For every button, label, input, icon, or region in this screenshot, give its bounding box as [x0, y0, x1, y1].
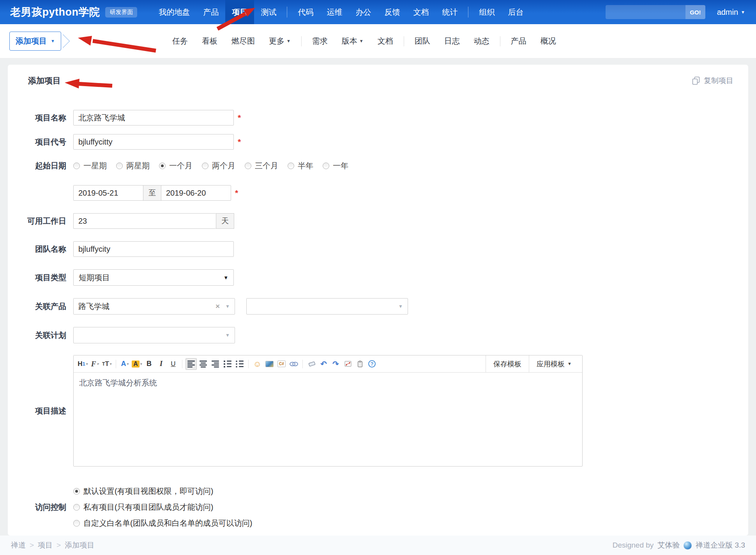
menu-dynamic[interactable]: 动态: [467, 36, 496, 46]
ordered-list-icon[interactable]: [222, 358, 233, 370]
menu-task[interactable]: 任务: [165, 36, 195, 46]
acl-whitelist-option[interactable]: 自定义白名单(团队成员和白名单的成员可以访问): [73, 518, 252, 528]
underline-icon[interactable]: U: [168, 358, 179, 370]
nav-product[interactable]: 产品: [196, 0, 225, 24]
menu-team[interactable]: 团队: [408, 36, 437, 46]
preset-one-week[interactable]: 一星期: [73, 161, 107, 171]
preset-three-months[interactable]: 三个月: [245, 161, 278, 171]
preset-two-months[interactable]: 两个月: [202, 161, 235, 171]
search-go-button[interactable]: GO!: [685, 5, 705, 19]
nav-ops[interactable]: 运维: [320, 0, 349, 24]
preset-one-month[interactable]: 一个月: [159, 161, 193, 171]
nav-stats[interactable]: 统计: [435, 0, 464, 24]
app-logo[interactable]: 老男孩python学院: [10, 5, 100, 19]
nav-code[interactable]: 代码: [291, 0, 320, 24]
font-family-icon[interactable]: F▾: [89, 358, 101, 370]
save-template-button[interactable]: 保存模板: [486, 355, 529, 372]
project-name-input[interactable]: [73, 110, 234, 125]
menu-build[interactable]: 版本 ▼: [335, 36, 371, 46]
acl-default-option[interactable]: 默认设置(有项目视图权限，即可访问): [73, 486, 252, 497]
nav-admin-backend[interactable]: 后台: [501, 0, 530, 24]
description-editor-body[interactable]: 北京路飞学城分析系统: [74, 373, 582, 466]
menu-product[interactable]: 产品: [504, 36, 533, 46]
nav-project[interactable]: 项目: [225, 0, 254, 24]
redo-icon[interactable]: ↷: [330, 358, 341, 370]
insert-link-icon[interactable]: [288, 358, 299, 370]
radio-icon[interactable]: [288, 163, 294, 169]
paste-icon[interactable]: [354, 358, 366, 370]
help-icon[interactable]: ?: [366, 358, 378, 370]
unordered-list-icon[interactable]: [234, 358, 245, 370]
nav-doc[interactable]: 文档: [406, 0, 435, 24]
heading-icon[interactable]: H1▾: [77, 358, 88, 370]
undo-icon[interactable]: ↶: [318, 358, 329, 370]
top-navbar: 老男孩python学院 研发界面 我的地盘 产品 项目 测试 代码 运维 办公 …: [0, 0, 756, 24]
add-project-button[interactable]: 添加项目 ▼: [9, 32, 61, 51]
search-input[interactable]: [606, 5, 685, 19]
radio-icon[interactable]: [202, 163, 208, 169]
align-left-icon[interactable]: [185, 358, 197, 370]
copy-project-button[interactable]: 复制项目: [692, 76, 733, 86]
menu-kanban[interactable]: 看板: [195, 36, 224, 46]
fullscreen-icon[interactable]: [342, 358, 353, 370]
chevron-down-icon: ▼: [225, 332, 230, 338]
menu-burndown[interactable]: 燃尽图: [224, 36, 262, 46]
workdays-input[interactable]: [73, 213, 216, 229]
nav-office[interactable]: 办公: [349, 0, 378, 24]
plan-picker[interactable]: ▼: [73, 327, 235, 343]
menu-overview[interactable]: 概况: [533, 36, 563, 46]
breadcrumb-project[interactable]: 项目: [38, 540, 53, 550]
chevron-down-icon: ▼: [741, 10, 745, 14]
italic-icon[interactable]: I: [155, 358, 167, 370]
menu-doc[interactable]: 文档: [371, 36, 400, 46]
menu-story[interactable]: 需求: [305, 36, 335, 46]
font-size-icon[interactable]: TT▾: [101, 358, 113, 370]
nav-test[interactable]: 测试: [254, 0, 283, 24]
remove-format-icon[interactable]: [306, 358, 317, 370]
menu-more[interactable]: 更多 ▼: [262, 36, 298, 46]
bold-icon[interactable]: B: [143, 358, 155, 370]
user-menu[interactable]: admin ▼: [717, 8, 745, 17]
breadcrumb-home[interactable]: 禅道: [11, 540, 26, 550]
begin-date-input[interactable]: [73, 185, 143, 201]
date-preset-group: 一星期 两星期 一个月 两个月 三个月 半年: [73, 161, 348, 171]
font-color-icon[interactable]: A▾: [119, 358, 131, 370]
preset-two-weeks[interactable]: 两星期: [116, 161, 150, 171]
products-label: 关联产品: [19, 301, 66, 312]
radio-icon[interactable]: [73, 504, 80, 511]
radio-icon[interactable]: [116, 163, 123, 169]
breadcrumb: 禅道 > 项目 > 添加项目: [11, 540, 94, 550]
radio-icon[interactable]: [245, 163, 251, 169]
radio-icon[interactable]: [323, 163, 329, 169]
template-buttons: 保存模板 应用模板 ▼: [486, 355, 579, 372]
end-date-input[interactable]: [161, 185, 231, 201]
radio-icon-selected[interactable]: [73, 488, 80, 495]
vendor-link[interactable]: 艾体验: [657, 540, 680, 550]
menu-log[interactable]: 日志: [437, 36, 467, 46]
align-right-icon[interactable]: [210, 358, 221, 370]
insert-image-icon[interactable]: [264, 358, 275, 370]
nav-my-zone[interactable]: 我的地盘: [152, 0, 196, 24]
clear-icon[interactable]: ×: [215, 302, 220, 311]
page-body: 添加项目 复制项目 项目名称 * 项目代号 * 起始日期: [0, 58, 756, 536]
chevron-down-icon: ▼: [225, 304, 230, 309]
nav-feedback[interactable]: 反馈: [378, 0, 406, 24]
insert-code-icon[interactable]: C#: [276, 358, 287, 370]
product-picker-2[interactable]: ▼: [246, 298, 408, 315]
radio-icon[interactable]: [73, 520, 80, 527]
align-center-icon[interactable]: [198, 358, 209, 370]
team-name-input[interactable]: [73, 241, 234, 257]
product-picker-1[interactable]: 路飞学城 × ▼: [73, 298, 235, 315]
emoji-icon[interactable]: ☺: [252, 358, 263, 370]
acl-private-option[interactable]: 私有项目(只有项目团队成员才能访问): [73, 502, 252, 513]
radio-icon[interactable]: [73, 163, 80, 169]
radio-icon-selected[interactable]: [159, 163, 166, 169]
project-code-label: 项目代号: [19, 137, 66, 147]
preset-one-year[interactable]: 一年: [323, 161, 348, 171]
apply-template-button[interactable]: 应用模板 ▼: [529, 355, 579, 372]
nav-org[interactable]: 组织: [472, 0, 501, 24]
project-code-input[interactable]: [73, 134, 234, 150]
highlight-color-icon[interactable]: A▾: [131, 358, 143, 370]
preset-half-year[interactable]: 半年: [288, 161, 313, 171]
project-type-select[interactable]: 短期项目 ▼: [73, 269, 234, 286]
